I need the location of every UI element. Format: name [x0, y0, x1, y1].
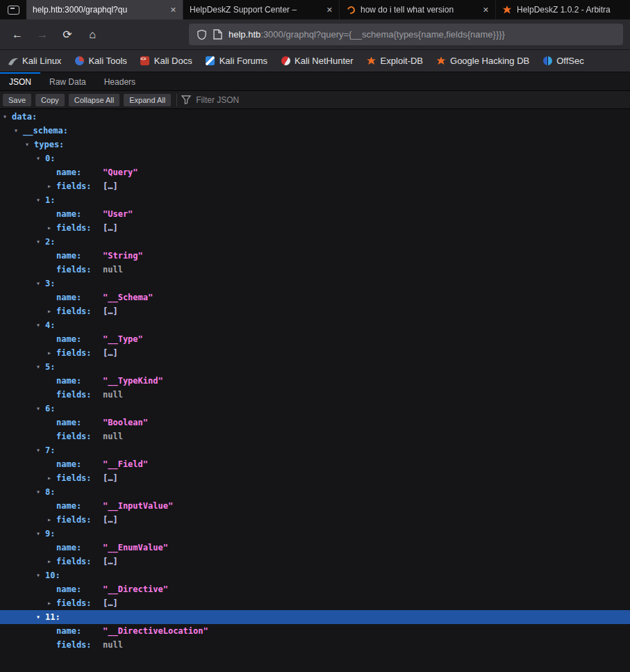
save-button[interactable]: Save: [3, 94, 31, 106]
bookmark-label: Exploit-DB: [381, 56, 423, 66]
toolbar-buttons: SaveCopyCollapse AllExpand All: [3, 94, 175, 106]
json-row[interactable]: fields:null: [0, 429, 630, 443]
json-row[interactable]: ▾3:: [0, 277, 630, 290]
json-row[interactable]: ▾8:: [0, 485, 630, 499]
json-key: 5:: [45, 362, 55, 372]
collapse-arrow-icon[interactable]: ▾: [14, 124, 23, 138]
expand-arrow-icon[interactable]: ▸: [47, 179, 56, 193]
json-row[interactable]: name:"Boolean": [0, 416, 630, 429]
json-row[interactable]: ▾7:: [0, 443, 630, 457]
bookmark-kali-docs[interactable]: <>Kali Docs: [140, 56, 192, 66]
browser-tab[interactable]: help.htb:3000/graphql?qu✕: [26, 0, 183, 19]
collapse-arrow-icon[interactable]: ▾: [36, 527, 45, 541]
home-button[interactable]: ⌂: [82, 24, 103, 45]
collapse-arrow-icon[interactable]: ▾: [36, 443, 45, 457]
collapse-arrow-icon[interactable]: ▾: [36, 277, 45, 290]
json-value: "__DirectiveLocation": [103, 624, 208, 638]
collapse-arrow-icon[interactable]: ▾: [36, 568, 45, 582]
url-bar[interactable]: help.htb:3000/graphql?query={__schema{ty…: [189, 24, 623, 45]
url-text[interactable]: help.htb:3000/graphql?query={__schema{ty…: [229, 29, 505, 40]
bookmarks-toolbar: Kali LinuxKali Tools<>Kali DocsKali Foru…: [0, 50, 630, 72]
firefox-view-button[interactable]: [0, 0, 26, 19]
expand-all-button[interactable]: Expand All: [124, 94, 171, 106]
tab-close-icon[interactable]: ✕: [326, 6, 333, 15]
json-row[interactable]: ▾0:: [0, 151, 630, 165]
collapse-arrow-icon[interactable]: ▾: [36, 193, 45, 207]
expand-arrow-icon[interactable]: ▸: [47, 596, 56, 610]
viewer-tab-json[interactable]: JSON: [0, 72, 40, 90]
browser-tab[interactable]: HelpDeskZ Support Center –✕: [183, 0, 339, 19]
forward-button[interactable]: →: [32, 24, 53, 45]
json-row[interactable]: ▾10:: [0, 568, 630, 582]
json-row[interactable]: ▾4:: [0, 318, 630, 332]
json-row[interactable]: ▾5:: [0, 360, 630, 374]
collapse-arrow-icon[interactable]: ▾: [36, 318, 45, 332]
json-row[interactable]: ▾1:: [0, 193, 630, 207]
json-row[interactable]: ▾9:: [0, 527, 630, 541]
collapse-arrow-icon[interactable]: ▾: [36, 360, 45, 374]
json-row[interactable]: ▸fields:[…]: [0, 179, 630, 193]
json-row[interactable]: name:"__InputValue": [0, 499, 630, 513]
collapse-arrow-icon[interactable]: ▾: [36, 402, 45, 416]
json-row[interactable]: fields:null: [0, 263, 630, 277]
expand-arrow-icon[interactable]: ▸: [47, 555, 56, 568]
filter-json-input[interactable]: [196, 95, 627, 105]
reload-button[interactable]: ⟳: [57, 24, 78, 45]
json-row[interactable]: ▾11:: [0, 610, 630, 624]
json-row[interactable]: name:"Query": [0, 165, 630, 179]
bookmark-kali-forums[interactable]: Kali Forums: [206, 56, 267, 66]
browser-tab[interactable]: how do i tell what version✕: [339, 0, 495, 19]
collapse-arrow-icon[interactable]: ▾: [36, 235, 45, 249]
collapse-arrow-icon[interactable]: ▾: [3, 110, 12, 124]
viewer-tab-headers[interactable]: Headers: [95, 72, 144, 90]
json-row[interactable]: ▸fields:[…]: [0, 471, 630, 485]
viewer-tab-raw-data[interactable]: Raw Data: [40, 72, 95, 90]
json-row[interactable]: ▾types:: [0, 138, 630, 151]
bookmark-kali-tools[interactable]: Kali Tools: [74, 56, 126, 66]
bookmark-google-hacking-db[interactable]: Google Hacking DB: [436, 56, 529, 66]
json-key: 10:: [45, 571, 60, 580]
back-button[interactable]: ←: [7, 24, 28, 45]
tab-close-icon[interactable]: ✕: [483, 6, 489, 15]
json-row[interactable]: name:"__EnumValue": [0, 541, 630, 555]
json-row[interactable]: name:"__DirectiveLocation": [0, 624, 630, 638]
expand-arrow-icon[interactable]: ▸: [47, 304, 56, 318]
json-row[interactable]: name:"__Field": [0, 457, 630, 471]
json-row[interactable]: ▾__schema:: [0, 124, 630, 138]
json-row[interactable]: name:"__Type": [0, 332, 630, 346]
browser-tab[interactable]: HelpDeskZ 1.0.2 - Arbitra✕: [495, 0, 630, 19]
tab-close-icon[interactable]: ✕: [170, 6, 176, 15]
json-row[interactable]: name:"__Directive": [0, 582, 630, 596]
bookmark-offsec[interactable]: OffSec: [542, 56, 584, 66]
page-info-icon[interactable]: [213, 29, 222, 40]
bookmark-kali-nethunter[interactable]: Kali NetHunter: [281, 56, 354, 66]
expand-arrow-icon[interactable]: ▸: [47, 346, 56, 360]
json-row[interactable]: ▸fields:[…]: [0, 304, 630, 318]
json-row[interactable]: fields:null: [0, 388, 630, 402]
json-row[interactable]: ▸fields:[…]: [0, 513, 630, 527]
collapse-arrow-icon[interactable]: ▾: [36, 485, 45, 499]
collapse-arrow-icon[interactable]: ▾: [36, 151, 45, 165]
json-row[interactable]: ▾data:: [0, 110, 630, 124]
json-row[interactable]: name:"__Schema": [0, 290, 630, 304]
json-row[interactable]: ▸fields:[…]: [0, 221, 630, 235]
collapse-arrow-icon[interactable]: ▾: [36, 610, 45, 624]
bookmark-kali-linux[interactable]: Kali Linux: [8, 56, 61, 66]
copy-button[interactable]: Copy: [35, 94, 65, 106]
expand-arrow-icon[interactable]: ▸: [47, 221, 56, 235]
shield-icon[interactable]: [197, 29, 207, 40]
expand-arrow-icon[interactable]: ▸: [47, 471, 56, 485]
expand-arrow-icon[interactable]: ▸: [47, 513, 56, 527]
json-row[interactable]: fields:null: [0, 638, 630, 652]
json-row[interactable]: name:"String": [0, 249, 630, 263]
json-row[interactable]: ▸fields:[…]: [0, 346, 630, 360]
json-row[interactable]: name:"__TypeKind": [0, 374, 630, 388]
collapse-arrow-icon[interactable]: ▾: [25, 138, 34, 151]
collapse-all-button[interactable]: Collapse All: [69, 94, 119, 106]
json-row[interactable]: name:"User": [0, 207, 630, 221]
bookmark-exploit-db[interactable]: Exploit-DB: [367, 56, 423, 66]
json-row[interactable]: ▸fields:[…]: [0, 596, 630, 610]
json-row[interactable]: ▾6:: [0, 402, 630, 416]
json-row[interactable]: ▸fields:[…]: [0, 555, 630, 568]
json-row[interactable]: ▾2:: [0, 235, 630, 249]
